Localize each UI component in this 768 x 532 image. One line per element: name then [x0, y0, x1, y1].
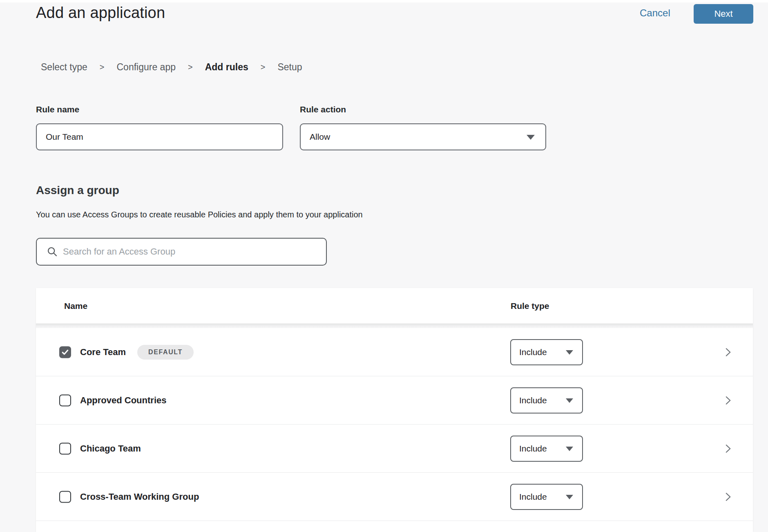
top-bar [0, 0, 768, 2]
search-input[interactable] [58, 239, 326, 265]
header-shadow [36, 324, 753, 328]
breadcrumb-step-add-rules[interactable]: Add rules [205, 62, 248, 73]
chevron-right-icon[interactable] [722, 395, 734, 406]
page-title: Add an application [36, 4, 165, 22]
rule-name-input[interactable] [36, 123, 283, 150]
breadcrumb-separator: > [188, 63, 193, 72]
access-groups-table: Name Rule type Core Team DEFAULT Include [36, 288, 753, 532]
chevron-down-icon [566, 350, 573, 355]
rule-action-label: Rule action [300, 105, 346, 114]
rule-type-value: Include [511, 492, 547, 502]
group-name: Core Team [80, 347, 126, 358]
row-name: Core Team DEFAULT [80, 345, 194, 360]
column-header-rule-type: Rule type [511, 301, 549, 311]
chevron-right-icon[interactable] [722, 491, 734, 503]
row-checkbox[interactable] [59, 394, 71, 406]
group-name: Approved Countries [80, 395, 166, 406]
table-row[interactable]: Cross-Team Working Group Include [36, 473, 753, 521]
rule-type-select[interactable]: Include [510, 339, 583, 365]
search-icon [47, 246, 58, 257]
row-name: Approved Countries [80, 395, 166, 406]
table-header: Name Rule type [36, 288, 753, 324]
chevron-right-icon[interactable] [722, 443, 734, 454]
chevron-down-icon [527, 135, 535, 140]
table-body: Core Team DEFAULT Include [36, 328, 753, 532]
breadcrumb-separator: > [100, 63, 105, 72]
breadcrumb: Select type > Configure app > Add rules … [41, 62, 302, 73]
chevron-right-icon[interactable] [722, 346, 734, 358]
default-badge: DEFAULT [137, 345, 194, 360]
breadcrumb-separator: > [261, 63, 266, 72]
assign-group-heading: Assign a group [36, 184, 119, 197]
table-row[interactable]: Chicago Team Include [36, 425, 753, 473]
row-checkbox[interactable] [59, 491, 71, 503]
next-button[interactable]: Next [694, 4, 753, 24]
rule-name-label: Rule name [36, 105, 79, 114]
chevron-down-icon [566, 495, 573, 499]
row-checkbox[interactable] [59, 443, 71, 454]
cancel-button[interactable]: Cancel [640, 7, 670, 19]
assign-group-description: You can use Access Groups to create reus… [36, 210, 363, 219]
rule-type-select[interactable]: Include [510, 436, 583, 462]
row-checkbox[interactable] [59, 346, 71, 358]
column-header-name: Name [64, 301, 87, 311]
chevron-down-icon [566, 398, 573, 403]
table-row[interactable]: Approved Countries Include [36, 376, 753, 425]
access-group-search [36, 238, 327, 266]
breadcrumb-step-select-type[interactable]: Select type [41, 62, 87, 73]
group-name: Cross-Team Working Group [80, 492, 199, 502]
add-application-page: Add an application Cancel Next Select ty… [0, 0, 768, 532]
rule-type-select[interactable]: Include [510, 387, 583, 414]
group-name: Chicago Team [80, 443, 141, 454]
rule-type-select[interactable]: Include [510, 484, 583, 510]
rule-type-value: Include [511, 396, 547, 405]
rule-action-value: Allow [301, 132, 330, 142]
rule-type-value: Include [511, 444, 547, 454]
rule-type-value: Include [511, 347, 547, 357]
row-name: Cross-Team Working Group [80, 492, 199, 502]
checkmark-icon [60, 347, 70, 357]
breadcrumb-step-configure-app[interactable]: Configure app [116, 62, 176, 73]
row-name: Chicago Team [80, 443, 141, 454]
table-row[interactable]: Core Team DEFAULT Include [36, 328, 753, 376]
rule-action-select[interactable]: Allow [300, 123, 546, 150]
breadcrumb-step-setup[interactable]: Setup [277, 62, 302, 73]
chevron-down-icon [566, 447, 573, 451]
